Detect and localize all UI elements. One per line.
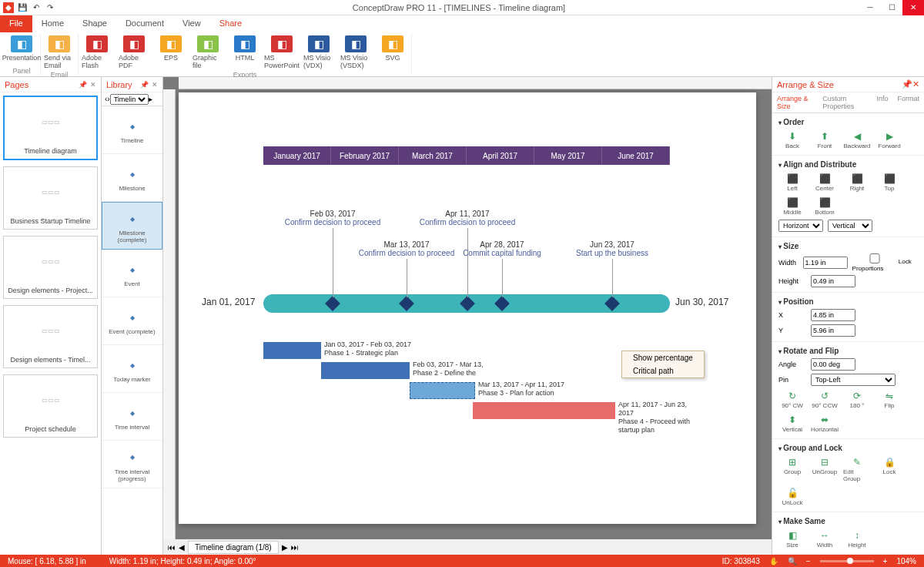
- width-input[interactable]: [803, 257, 848, 269]
- close-button[interactable]: ✕: [902, 0, 924, 15]
- page-thumb[interactable]: ▭▭▭Design elements - Project...: [3, 236, 98, 299]
- left-button[interactable]: ⬛Left: [778, 173, 806, 192]
- library-item[interactable]: ◆Timeline: [102, 106, 162, 154]
- sheet-tab[interactable]: Timeline diagram (1/8): [188, 541, 279, 554]
- panel-tab[interactable]: Custom Properties: [818, 92, 872, 112]
- ribbon-presentation[interactable]: ◧Presentation: [5, 34, 38, 63]
- flip-button[interactable]: ⇋Flip: [875, 390, 903, 409]
- sheet-nav-prev-icon[interactable]: ◀: [179, 543, 185, 552]
- align-header[interactable]: Align and Distribute: [778, 159, 918, 170]
- unlock-button[interactable]: 🔓UnLock: [778, 487, 806, 506]
- distribute-h-select[interactable]: Horizontal: [778, 220, 823, 232]
- library-item[interactable]: ◆Milestone (complete): [102, 202, 162, 250]
- ribbon-ms-visio-vdx-[interactable]: ◧MS Visio (VDX): [302, 34, 336, 71]
- ribbon-html[interactable]: ◧HTML: [228, 34, 262, 71]
- expand-icon[interactable]: ▸: [149, 95, 152, 103]
- close-panel-icon[interactable]: ✕: [90, 81, 96, 89]
- -cw-button[interactable]: ↻90° CW: [778, 390, 806, 409]
- pin-icon[interactable]: 📌: [902, 79, 912, 89]
- makesame-header[interactable]: Make Same: [778, 515, 918, 527]
- menu-tab-home[interactable]: Home: [32, 15, 73, 32]
- width-button[interactable]: ↔Width: [811, 529, 839, 549]
- lock-button[interactable]: 🔒Lock: [875, 456, 903, 482]
- panel-tab[interactable]: Info: [872, 92, 892, 112]
- size-button[interactable]: ◧Size: [778, 529, 806, 549]
- ungroup-button[interactable]: ⊟UnGroup: [811, 456, 839, 482]
- qat-save-icon[interactable]: 💾: [17, 2, 28, 13]
- x-input[interactable]: [811, 309, 855, 321]
- pin-icon[interactable]: 📌: [140, 81, 149, 89]
- y-input[interactable]: [811, 324, 855, 337]
- top-button[interactable]: ⬛Top: [875, 173, 903, 192]
- ribbon-graphic-file[interactable]: ◧Graphic file: [191, 34, 225, 71]
- zoom-in-icon[interactable]: +: [883, 557, 888, 565]
- page-thumb[interactable]: ▭▭▭Design elements - Timel...: [3, 305, 98, 368]
- library-item[interactable]: ◆Today marker: [102, 345, 162, 393]
- zoom-fit-icon[interactable]: 🔍: [788, 557, 797, 565]
- menu-tab-view[interactable]: View: [173, 15, 210, 32]
- center-button[interactable]: ⬛Center: [811, 173, 839, 192]
- order-header[interactable]: Order: [778, 116, 918, 128]
- pin-icon[interactable]: 📌: [79, 81, 87, 89]
- canvas-area[interactable]: January 2017February 2017March 2017April…: [163, 77, 772, 555]
- back-button[interactable]: ⬇Back: [778, 130, 806, 149]
- gantt-row[interactable]: Mar 13, 2017 - Apr 11, 2017Phase 3 - Pla…: [263, 381, 695, 401]
- context-menu-item[interactable]: Show percentage: [622, 351, 704, 364]
- group-header[interactable]: Group and Lock: [778, 442, 918, 454]
- size-header[interactable]: Size: [778, 240, 918, 252]
- sheet-nav-last-icon[interactable]: ⏭: [291, 543, 299, 552]
- sheet-nav-next-icon[interactable]: ▶: [282, 543, 288, 552]
- distribute-v-select[interactable]: Vertical: [828, 220, 872, 232]
- hand-tool-icon[interactable]: ✋: [769, 557, 778, 565]
- vertical-button[interactable]: ⬍Vertical: [778, 414, 806, 433]
- minimize-button[interactable]: ─: [859, 0, 881, 15]
- qat-redo-icon[interactable]: ↷: [45, 2, 55, 13]
- angle-input[interactable]: [811, 358, 855, 371]
- sheet-nav-first-icon[interactable]: ⏮: [168, 543, 176, 552]
- ribbon-eps[interactable]: ◧EPS: [154, 34, 188, 71]
- panel-tab[interactable]: Format: [892, 92, 924, 112]
- library-item[interactable]: ◆Time interval (progress): [102, 441, 162, 488]
- library-item[interactable]: ◆Milestone: [102, 154, 162, 202]
- horizontal-button[interactable]: ⬌Horizontal: [811, 414, 839, 433]
- library-select[interactable]: Timelin...: [110, 94, 149, 105]
- page-thumb[interactable]: ▭▭▭Timeline diagram: [3, 96, 98, 160]
- qat-undo-icon[interactable]: ↶: [31, 2, 42, 13]
- menu-tab-shape[interactable]: Shape: [73, 15, 116, 32]
- position-header[interactable]: Position: [778, 296, 918, 307]
- -ccw-button[interactable]: ↺90° CCW: [811, 390, 839, 409]
- page-thumb[interactable]: ▭▭▭Project schedule: [3, 374, 98, 438]
- rotate-header[interactable]: Rotate and Flip: [778, 345, 918, 357]
- ribbon-send-via-email[interactable]: ◧Send via Email: [42, 34, 76, 71]
- library-item[interactable]: ◆Event: [102, 250, 162, 297]
- pin-select[interactable]: Top-Left: [811, 374, 896, 386]
- middle-button[interactable]: ⬛Middle: [778, 196, 806, 216]
- maximize-button[interactable]: ☐: [881, 0, 902, 15]
- group-button[interactable]: ⊞Group: [778, 456, 806, 482]
- library-item[interactable]: ◆Time interval: [102, 393, 162, 441]
- gantt-row[interactable]: Apr 11, 2017 - Jun 23, 2017Phase 4 - Pro…: [263, 401, 695, 421]
- library-item[interactable]: ◆Event (complete): [102, 297, 162, 345]
- ribbon-adobe-pdf[interactable]: ◧Adobe PDF: [117, 34, 151, 71]
- edit-group-button[interactable]: ✎Edit Group: [843, 456, 871, 482]
- menu-tab-file[interactable]: File: [0, 15, 32, 32]
- bottom-button[interactable]: ⬛Bottom: [811, 196, 839, 216]
- context-menu-item[interactable]: Critical path: [622, 364, 704, 377]
- forward-button[interactable]: ▶Forward: [875, 130, 903, 149]
- ribbon-ms-visio-vsdx-[interactable]: ◧MS Visio (VSDX): [339, 34, 373, 71]
- --button[interactable]: ⟳180 °: [843, 390, 871, 409]
- right-button[interactable]: ⬛Right: [843, 173, 871, 192]
- panel-tab[interactable]: Arrange & Size: [772, 92, 818, 112]
- close-panel-icon[interactable]: ✕: [152, 81, 158, 89]
- height-input[interactable]: [811, 275, 855, 287]
- ribbon-adobe-flash[interactable]: ◧Adobe Flash: [80, 34, 114, 71]
- menu-tab-share[interactable]: Share: [210, 15, 251, 32]
- front-button[interactable]: ⬆Front: [811, 130, 839, 149]
- ribbon-svg[interactable]: ◧SVG: [376, 34, 410, 71]
- close-panel-icon[interactable]: ✕: [912, 79, 919, 89]
- page-thumb[interactable]: ▭▭▭Business Startup Timeline: [3, 166, 98, 230]
- ribbon-ms-powerpoint[interactable]: ◧MS PowerPoint: [265, 34, 299, 71]
- canvas[interactable]: January 2017February 2017March 2017April…: [179, 92, 756, 524]
- zoom-slider[interactable]: [820, 560, 874, 562]
- zoom-out-icon[interactable]: −: [806, 557, 811, 565]
